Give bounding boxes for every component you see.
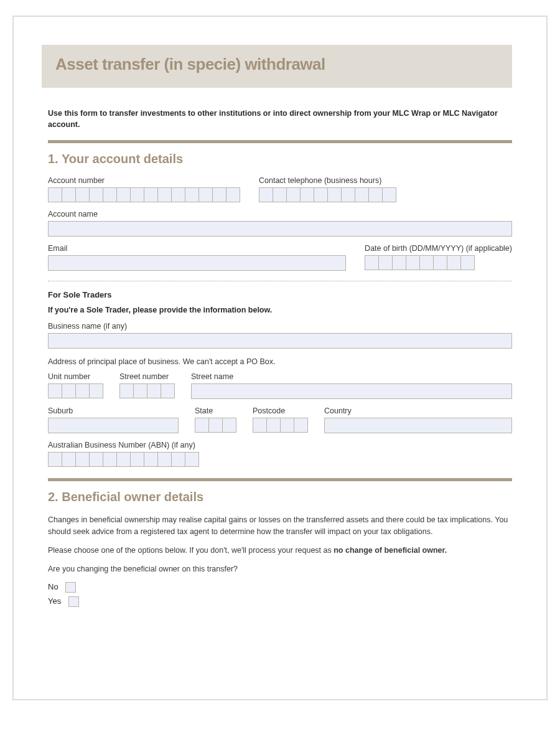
option-no-row: No (48, 582, 512, 593)
postcode-input[interactable] (253, 418, 308, 433)
state-label: State (195, 406, 236, 415)
section2-heading: 2. Beneficial owner details (48, 490, 512, 504)
section1-heading: 1. Your account details (48, 152, 512, 166)
email-label: Email (48, 244, 346, 253)
address-note: Address of principal place of business. … (48, 356, 512, 367)
street-no-label: Street number (119, 372, 175, 381)
form-page: Asset transfer (in specie) withdrawal Us… (12, 16, 548, 700)
sole-traders-heading: For Sole Traders (48, 290, 512, 299)
account-number-input[interactable] (48, 187, 240, 202)
divider (48, 478, 512, 481)
dob-label: Date of birth (DD/MM/YYYY) (if applicabl… (365, 244, 512, 253)
section2-choose-bold: no change of beneficial owner. (334, 546, 447, 555)
street-name-label: Street name (191, 372, 512, 381)
account-number-label: Account number (48, 176, 240, 185)
section2-question: Are you changing the beneficial owner on… (48, 563, 512, 575)
page-title: Asset transfer (in specie) withdrawal (55, 55, 498, 74)
contact-phone-label: Contact telephone (business hours) (259, 176, 396, 185)
option-yes-row: Yes (48, 596, 512, 607)
business-name-label: Business name (if any) (48, 322, 512, 331)
title-bar: Asset transfer (in specie) withdrawal (42, 45, 512, 88)
divider (48, 140, 512, 143)
option-no-checkbox[interactable] (65, 582, 76, 593)
dotted-divider (48, 281, 512, 281)
postcode-label: Postcode (253, 406, 308, 415)
option-yes-checkbox[interactable] (68, 596, 79, 607)
unit-label: Unit number (48, 372, 103, 381)
sole-traders-note: If you're a Sole Trader, please provide … (48, 306, 512, 314)
suburb-label: Suburb (48, 406, 179, 415)
account-name-label: Account name (48, 210, 512, 218)
business-name-input[interactable] (48, 333, 512, 349)
abn-input[interactable] (48, 452, 512, 467)
email-input[interactable] (48, 255, 346, 271)
option-yes-label: Yes (48, 596, 61, 606)
suburb-input[interactable] (48, 418, 179, 433)
section2-para: Changes in beneficial ownership may real… (48, 514, 512, 537)
street-no-input[interactable] (119, 383, 175, 398)
section2-choose-pre: Please choose one of the options below. … (48, 546, 334, 555)
dob-input[interactable] (365, 255, 512, 270)
abn-label: Australian Business Number (ABN) (if any… (48, 441, 512, 449)
contact-phone-input[interactable] (259, 187, 396, 202)
account-name-input[interactable] (48, 221, 512, 237)
country-input[interactable] (324, 418, 512, 433)
country-label: Country (324, 406, 512, 415)
street-name-input[interactable] (191, 383, 512, 399)
state-input[interactable] (195, 418, 236, 433)
unit-input[interactable] (48, 383, 103, 398)
option-no-label: No (48, 582, 58, 591)
intro-text: Use this form to transfer investments to… (48, 108, 512, 130)
section2-choose: Please choose one of the options below. … (48, 545, 512, 556)
